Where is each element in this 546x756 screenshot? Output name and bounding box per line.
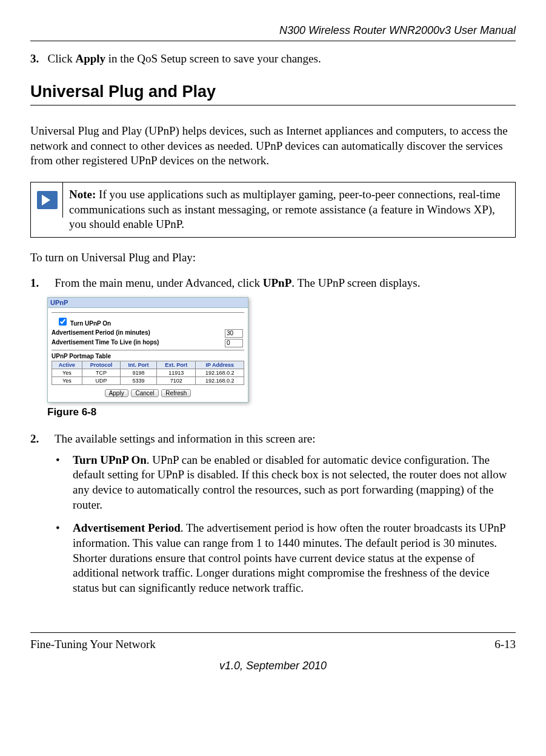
- list-item: Turn UPnP On. UPnP can be enabled or dis…: [56, 453, 516, 513]
- turn-upnp-checkbox[interactable]: [59, 318, 67, 326]
- ttl-row: Advertisement Time To Live (in hops): [52, 338, 244, 348]
- ttl-input[interactable]: [225, 339, 243, 347]
- footer-section: Fine-Tuning Your Network: [30, 638, 156, 651]
- section-heading: Universal Plug and Play: [30, 82, 516, 101]
- th-ip: IP Address: [196, 361, 244, 369]
- bullet-1-bold: Turn UPnP On: [73, 453, 147, 466]
- step-1-number: 1.: [30, 276, 46, 291]
- step-2-text: The available settings and information i…: [55, 432, 316, 445]
- section-underline: [30, 105, 516, 105]
- bullet-list: Turn UPnP On. UPnP can be enabled or dis…: [56, 453, 516, 596]
- note-text: Note: If you use applications such as mu…: [63, 182, 515, 237]
- divider-top: [30, 41, 516, 41]
- list-item: Advertisement Period. The advertisement …: [56, 521, 516, 595]
- table-row: Yes TCP 9198 11913 192.168.0.2: [52, 369, 244, 376]
- lead-in: To turn on Universal Plug and Play:: [30, 251, 516, 264]
- refresh-button[interactable]: Refresh: [161, 389, 191, 397]
- note-label: Note:: [69, 188, 96, 201]
- divider-bottom: [30, 632, 516, 633]
- step-3-after: in the QoS Setup screen to save your cha…: [105, 52, 321, 65]
- th-int-port: Int. Port: [121, 361, 157, 369]
- step-1-before: From the main menu, under Advanced, clic…: [55, 276, 263, 289]
- upnp-panel-title: UPnP: [48, 298, 248, 308]
- bullet-2-bold: Advertisement Period: [73, 521, 181, 534]
- doc-header-title: N300 Wireless Router WNR2000v3 User Manu…: [30, 24, 516, 37]
- turn-upnp-label: Turn UPnP On: [70, 320, 111, 327]
- step-2: 2. The available settings and informatio…: [30, 432, 516, 447]
- step-1: 1. From the main menu, under Advanced, c…: [30, 276, 516, 291]
- upnp-panel: UPnP Turn UPnP On Advertisement Period (…: [47, 297, 248, 403]
- page-number: 6-13: [494, 638, 516, 651]
- th-protocol: Protocol: [82, 361, 121, 369]
- th-ext-port: Ext. Port: [157, 361, 196, 369]
- step-3-before: Click: [48, 52, 76, 65]
- footer-row: Fine-Tuning Your Network 6-13: [30, 638, 516, 651]
- step-3-number: 3.: [30, 52, 39, 65]
- arrow-right-icon: [37, 191, 58, 209]
- adv-period-row: Advertisement Period (in minutes): [52, 329, 244, 338]
- table-header-row: Active Protocol Int. Port Ext. Port IP A…: [52, 361, 244, 369]
- adv-period-input[interactable]: [225, 329, 243, 338]
- note-box: Note: If you use applications such as mu…: [30, 182, 516, 238]
- portmap-table: Active Protocol Int. Port Ext. Port IP A…: [52, 361, 244, 385]
- portmap-heading: UPnP Portmap Table: [52, 353, 244, 360]
- adv-period-label: Advertisement Period (in minutes): [52, 329, 150, 338]
- step-1-after: . The UPnP screen displays.: [291, 276, 420, 289]
- table-row: Yes UDP 5339 7102 192.168.0.2: [52, 376, 244, 384]
- upnp-divider: [52, 312, 244, 313]
- note-body: If you use applications such as multipla…: [69, 188, 500, 230]
- apply-label: Apply: [75, 52, 105, 65]
- th-active: Active: [52, 361, 82, 369]
- step-3: 3. Click Apply in the QoS Setup screen t…: [30, 52, 516, 65]
- intro-paragraph: Universal Plug and Play (UPnP) helps dev…: [30, 124, 516, 169]
- figure-caption: Figure 6-8: [47, 406, 516, 418]
- apply-button[interactable]: Apply: [105, 389, 128, 397]
- upnp-divider-2: [52, 350, 244, 350]
- cancel-button[interactable]: Cancel: [131, 389, 158, 397]
- note-icon-cell: [31, 182, 63, 218]
- turn-upnp-row: Turn UPnP On: [52, 315, 244, 329]
- step-2-number: 2.: [30, 432, 46, 447]
- version-text: v1.0, September 2010: [30, 660, 516, 672]
- upnp-bold: UPnP: [263, 276, 292, 289]
- button-row: Apply Cancel Refresh: [52, 387, 244, 400]
- ttl-label: Advertisement Time To Live (in hops): [52, 339, 159, 347]
